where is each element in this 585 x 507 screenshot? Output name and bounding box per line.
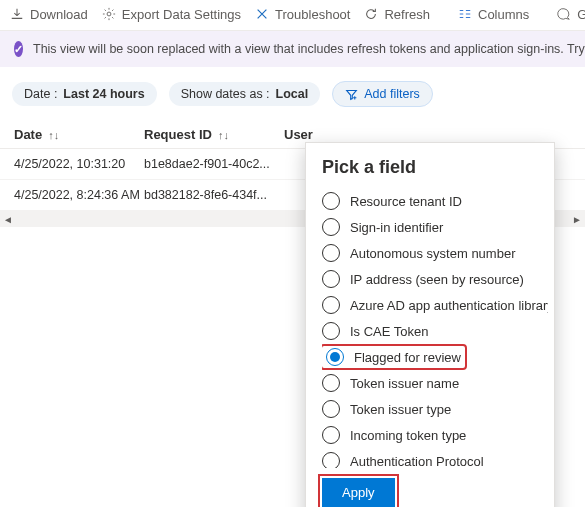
gear-icon xyxy=(102,7,116,21)
cell-request: bd382182-8fe6-434f... xyxy=(144,188,284,202)
field-option-label: Flagged for review xyxy=(354,350,461,365)
feedback-label: Got fe xyxy=(577,7,585,22)
field-option[interactable]: Azure AD app authentication library xyxy=(322,292,542,318)
radio-icon xyxy=(322,192,340,210)
feedback-button[interactable]: Got fe xyxy=(557,7,585,22)
radio-icon xyxy=(322,270,340,288)
field-option-label: Is CAE Token xyxy=(350,324,429,339)
field-picker-popover: Pick a field Resource tenant IDSign-in i… xyxy=(305,142,555,507)
column-user-label: User xyxy=(284,127,313,142)
field-option[interactable]: Sign-in identifier xyxy=(322,214,542,240)
wrench-icon xyxy=(255,7,269,21)
refresh-label: Refresh xyxy=(384,7,430,22)
apply-highlight: Apply xyxy=(322,478,395,507)
field-option-label: Authentication Protocol xyxy=(350,454,484,469)
export-settings-button[interactable]: Export Data Settings xyxy=(102,7,241,22)
banner-text: This view will be soon replaced with a v… xyxy=(33,42,585,56)
filter-showdates-pill[interactable]: Show dates as : Local xyxy=(169,82,321,106)
export-label: Export Data Settings xyxy=(122,7,241,22)
download-icon xyxy=(10,7,24,21)
field-option-label: Incoming token type xyxy=(350,428,466,443)
cell-date: 4/25/2022, 10:31:20 xyxy=(14,157,144,171)
download-label: Download xyxy=(30,7,88,22)
field-option[interactable]: IP address (seen by resource) xyxy=(322,266,542,292)
popover-title: Pick a field xyxy=(322,157,548,178)
filter-add-icon xyxy=(345,88,358,101)
field-option-list[interactable]: Resource tenant IDSign-in identifierAuto… xyxy=(322,188,548,468)
info-banner: ✓ This view will be soon replaced with a… xyxy=(0,31,585,67)
svg-point-0 xyxy=(107,12,111,16)
radio-icon xyxy=(322,296,340,314)
field-option-label: Sign-in identifier xyxy=(350,220,443,235)
columns-label: Columns xyxy=(478,7,529,22)
sort-icon: ↑↓ xyxy=(48,129,59,141)
scroll-right-icon[interactable]: ► xyxy=(569,211,585,227)
command-toolbar: Download Export Data Settings Troublesho… xyxy=(0,0,585,31)
column-date-label: Date xyxy=(14,127,42,142)
field-option-label: Autonomous system number xyxy=(350,246,515,261)
field-option-label: Token issuer name xyxy=(350,376,459,391)
field-option-label: Resource tenant ID xyxy=(350,194,462,209)
refresh-icon xyxy=(364,7,378,21)
apply-button[interactable]: Apply xyxy=(322,478,395,507)
column-header-user[interactable]: User xyxy=(284,127,585,142)
radio-icon xyxy=(326,348,344,366)
cell-date: 4/25/2022, 8:24:36 AM xyxy=(14,188,144,202)
filter-bar: Date : Last 24 hours Show dates as : Loc… xyxy=(0,67,585,119)
field-option[interactable]: Flagged for review xyxy=(322,346,465,368)
filter-showdates-value: Local xyxy=(276,87,309,101)
filter-date-value: Last 24 hours xyxy=(63,87,144,101)
field-option-label: IP address (seen by resource) xyxy=(350,272,524,287)
radio-icon xyxy=(322,244,340,262)
info-icon: ✓ xyxy=(14,41,23,57)
scroll-left-icon[interactable]: ◄ xyxy=(0,211,16,227)
cell-request: b1e8dae2-f901-40c2... xyxy=(144,157,284,171)
filter-showdates-label: Show dates as : xyxy=(181,87,270,101)
field-option-label: Azure AD app authentication library xyxy=(350,298,548,313)
add-filters-button[interactable]: Add filters xyxy=(332,81,433,107)
field-option[interactable]: Is CAE Token xyxy=(322,318,542,344)
refresh-button[interactable]: Refresh xyxy=(364,7,430,22)
field-option-label: Token issuer type xyxy=(350,402,451,417)
troubleshoot-button[interactable]: Troubleshoot xyxy=(255,7,350,22)
radio-icon xyxy=(322,426,340,444)
radio-icon xyxy=(322,322,340,340)
filter-date-pill[interactable]: Date : Last 24 hours xyxy=(12,82,157,106)
add-filters-label: Add filters xyxy=(364,87,420,101)
download-button[interactable]: Download xyxy=(10,7,88,22)
column-header-date[interactable]: Date ↑↓ xyxy=(14,127,144,142)
column-header-request[interactable]: Request ID ↑↓ xyxy=(144,127,284,142)
filter-date-label: Date : xyxy=(24,87,57,101)
field-option[interactable]: Autonomous system number xyxy=(322,240,542,266)
radio-icon xyxy=(322,400,340,418)
field-option[interactable]: Incoming token type xyxy=(322,422,542,448)
field-option[interactable]: Resource tenant ID xyxy=(322,188,542,214)
field-option[interactable]: Authentication Protocol xyxy=(322,448,542,468)
radio-icon xyxy=(322,374,340,392)
field-option[interactable]: Token issuer name xyxy=(322,370,542,396)
radio-icon xyxy=(322,218,340,236)
feedback-icon xyxy=(557,7,571,21)
column-request-label: Request ID xyxy=(144,127,212,142)
columns-icon xyxy=(458,7,472,21)
radio-icon xyxy=(322,452,340,468)
columns-button[interactable]: Columns xyxy=(458,7,529,22)
troubleshoot-label: Troubleshoot xyxy=(275,7,350,22)
sort-icon: ↑↓ xyxy=(218,129,229,141)
field-option[interactable]: Token issuer type xyxy=(322,396,542,422)
